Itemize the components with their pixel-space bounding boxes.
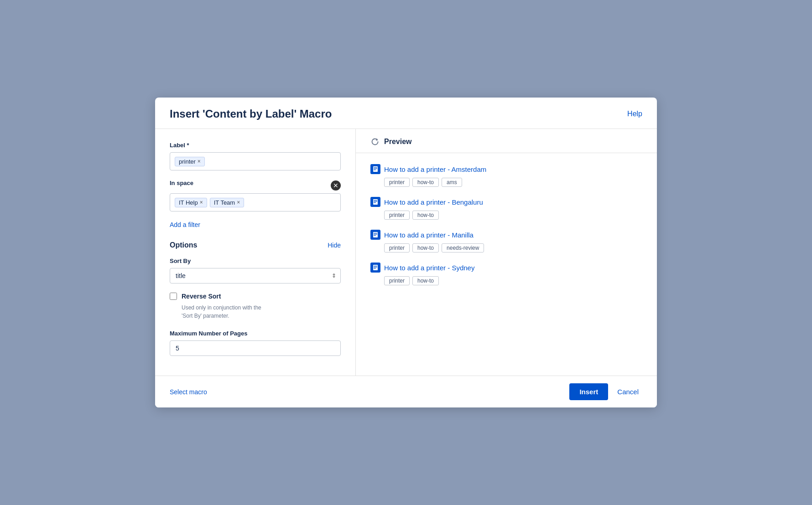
label-tag-needs-review: needs-review [442,243,484,252]
in-space-label: In space [170,180,193,186]
label-tag-ams: ams [442,178,462,187]
hide-options-link[interactable]: Hide [328,242,341,249]
add-filter-link[interactable]: Add a filter [170,221,200,228]
label-tag-input[interactable]: printer × [170,152,341,170]
preview-item-tags-3: printer how-to needs-review [384,243,642,252]
label-tag-printer: printer [384,276,410,285]
svg-rect-9 [374,233,377,233]
max-pages-label: Maximum Number of Pages [170,330,341,337]
preview-item-title-row: How to add a printer - Manilla [370,230,642,240]
options-row: Options Hide [170,241,341,249]
it-team-tag-remove[interactable]: × [237,200,240,205]
doc-icon [370,197,380,207]
label-tag-printer: printer [384,178,410,187]
label-tag-printer: printer [384,211,410,220]
cancel-button[interactable]: Cancel [614,383,642,400]
max-pages-input[interactable]: 5 [170,340,341,356]
space-tag-it-team: IT Team × [210,198,245,207]
clear-spaces-button[interactable]: ✕ [331,180,341,191]
sort-by-wrapper: title creation modified ⇕ [170,268,341,283]
preview-title: Preview [384,138,411,146]
preview-item-title-row: How to add a printer - Sydney [370,263,642,273]
dialog-header: Insert 'Content by Label' Macro Help [155,98,657,129]
svg-rect-13 [374,266,377,266]
preview-item-tags-1: printer how-to ams [384,178,642,187]
label-tag-how-to: how-to [412,276,439,285]
dialog-title: Insert 'Content by Label' Macro [170,108,332,120]
reverse-sort-row: Reverse Sort [170,293,341,300]
dialog-body: Label * printer × In space ✕ IT Help × I… [155,129,657,376]
reverse-sort-label[interactable]: Reverse Sort [182,293,221,300]
right-panel: Preview How to add a printer - Amsterdam… [356,129,657,376]
preview-item-link-3[interactable]: How to add a printer - Manilla [384,231,474,239]
preview-item-title-row: How to add a printer - Amsterdam [370,164,642,174]
preview-item-tags-4: printer how-to [384,276,642,285]
preview-item-title-row: How to add a printer - Bengaluru [370,197,642,207]
sort-by-label: Sort By [170,258,341,264]
sort-by-select[interactable]: title creation modified [170,268,341,283]
insert-button[interactable]: Insert [569,383,608,400]
svg-rect-7 [374,202,376,203]
svg-rect-12 [373,265,378,270]
space-tag-input[interactable]: IT Help × IT Team × [170,193,341,211]
svg-rect-2 [374,169,377,169]
label-tag: printer × [175,157,205,166]
left-panel: Label * printer × In space ✕ IT Help × I… [155,129,356,376]
svg-rect-8 [373,232,378,237]
preview-item-link-2[interactable]: How to add a printer - Bengaluru [384,198,483,206]
doc-icon [370,263,380,273]
label-tag-printer: printer [384,243,410,252]
reverse-sort-hint: Used only in conjunction with the'Sort B… [182,304,341,320]
svg-rect-1 [374,167,377,168]
label-field-label: Label * [170,142,341,149]
preview-item: How to add a printer - Sydney printer ho… [370,263,642,285]
preview-item-tags-2: printer how-to [384,211,642,220]
svg-rect-14 [374,267,377,268]
svg-rect-11 [374,235,376,236]
svg-rect-5 [374,200,377,201]
svg-rect-4 [373,199,378,205]
preview-content: How to add a printer - Amsterdam printer… [356,153,657,376]
doc-icon [370,164,380,174]
svg-rect-3 [374,170,376,170]
preview-item-link-4[interactable]: How to add a printer - Sydney [384,264,474,272]
label-tag-how-to: how-to [412,243,439,252]
options-title: Options [170,241,197,249]
svg-rect-6 [374,201,377,202]
preview-item-link-1[interactable]: How to add a printer - Amsterdam [384,165,486,173]
preview-item: How to add a printer - Bengaluru printer… [370,197,642,220]
footer-right: Insert Cancel [569,383,642,400]
select-macro-link[interactable]: Select macro [170,388,207,396]
space-tag-it-help: IT Help × [175,198,207,207]
doc-icon [370,230,380,240]
preview-item: How to add a printer - Amsterdam printer… [370,164,642,187]
label-tag-how-to: how-to [412,178,439,187]
svg-rect-15 [374,268,376,268]
help-link[interactable]: Help [627,110,642,118]
dialog-footer: Select macro Insert Cancel [155,376,657,407]
it-help-tag-remove[interactable]: × [200,200,203,205]
reverse-sort-checkbox[interactable] [170,293,177,300]
label-tag-remove[interactable]: × [198,159,201,164]
svg-rect-0 [373,166,378,172]
in-space-row: In space ✕ [170,180,341,191]
svg-rect-10 [374,234,377,235]
dialog: Insert 'Content by Label' Macro Help Lab… [155,98,657,407]
preview-item: How to add a printer - Manilla printer h… [370,230,642,252]
label-tag-how-to: how-to [412,211,439,220]
preview-header: Preview [356,129,657,153]
refresh-icon [370,137,380,146]
